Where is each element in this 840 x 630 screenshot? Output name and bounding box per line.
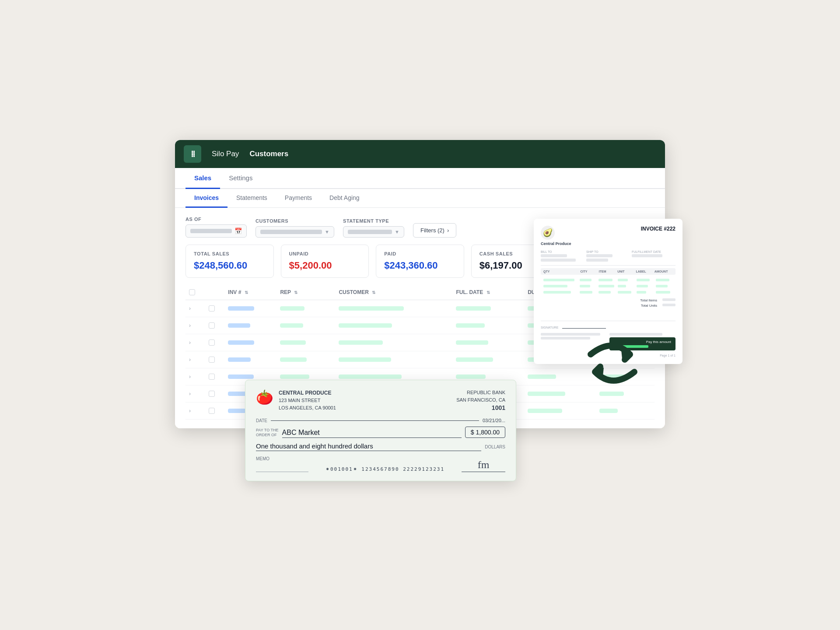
nav-customers[interactable]: Customers <box>249 150 288 158</box>
sort-arrows-rep[interactable]: ⇅ <box>294 290 298 295</box>
sort-arrows-fuldate[interactable]: ⇅ <box>486 290 490 295</box>
sort-arrows-customer[interactable]: ⇅ <box>372 290 375 295</box>
row-expander[interactable]: › <box>189 408 202 414</box>
statement-type-input[interactable]: ▼ <box>343 226 404 238</box>
check-signature: fm <box>462 459 505 472</box>
sort-arrows-inv[interactable]: ⇅ <box>245 290 248 295</box>
check-routing-area: ⁕001001⁕ 1234567890 22229123231 <box>326 463 444 472</box>
row-fuldate-cell <box>452 351 524 368</box>
row-expander[interactable]: › <box>189 374 202 380</box>
row-select-cell <box>205 368 225 385</box>
row-select-cell <box>205 300 225 317</box>
row-checkbox[interactable] <box>209 391 215 397</box>
check-date-line <box>271 420 479 421</box>
row-expander[interactable]: › <box>189 357 202 363</box>
row-customer-cell <box>335 300 452 317</box>
row-fuldate-cell <box>452 317 524 334</box>
check-written-amount: One thousand and eight hundred dollars <box>256 442 481 451</box>
invoice-total-items-label: Total Items <box>640 298 657 302</box>
stat-total-sales-label: TOTAL SALES <box>194 251 266 256</box>
as-of-input[interactable]: 📅 <box>186 224 247 238</box>
check-top-row: 🍅 CENTRAL PRODUCE 123 MAIN STREET LOS AN… <box>256 389 505 413</box>
customers-bar <box>260 230 322 234</box>
row-checkbox[interactable] <box>209 340 215 346</box>
select-all-checkbox[interactable] <box>189 289 195 295</box>
tab-bar-primary: Sales Settings <box>175 168 665 189</box>
check-company-info: CENTRAL PRODUCE 123 MAIN STREET LOS ANGE… <box>279 389 336 411</box>
stat-paid: PAID $243,360.60 <box>376 245 464 278</box>
tab-statements[interactable]: Statements <box>228 189 276 208</box>
row-checkbox-cell: › <box>186 317 205 334</box>
row-select-cell <box>205 351 225 368</box>
row-customer-cell <box>335 317 452 334</box>
filters-button[interactable]: Filters (2) › <box>413 223 456 238</box>
inv-value <box>228 409 246 413</box>
tab-invoices[interactable]: Invoices <box>186 189 228 208</box>
check-address-line1: 123 MAIN STREET <box>279 397 336 404</box>
row-fuldate-cell <box>452 300 524 317</box>
duedate-value <box>528 392 565 396</box>
rep-value <box>280 340 306 345</box>
duedate-value <box>528 409 562 413</box>
stat-unpaid-value: $5,200.00 <box>289 260 361 271</box>
tab-settings[interactable]: Settings <box>220 168 261 189</box>
inv-value <box>228 357 251 362</box>
tab-debt-aging[interactable]: Debt Aging <box>321 189 368 208</box>
logo-box: ⁞⁞ <box>184 145 201 163</box>
row-rep-cell <box>276 300 335 317</box>
tab-payments[interactable]: Payments <box>276 189 321 208</box>
customer-value <box>339 340 382 345</box>
row-customer-cell <box>335 334 452 351</box>
app-logo-icon: ⁞⁞ <box>191 149 194 159</box>
row-rep-cell <box>276 317 335 334</box>
customer-value <box>339 323 392 328</box>
invoice-logo-area: 🥑 Central Produce <box>541 226 571 246</box>
check-payto-row: PAY TO THEORDER OF ABC Market $ 1,800.00 <box>256 427 505 438</box>
row-expander[interactable]: › <box>189 322 202 329</box>
check-payee-field: ABC Market <box>282 429 462 438</box>
inv-value <box>228 323 250 328</box>
inv-value <box>228 392 247 396</box>
check-overlay: 🍅 CENTRAL PRODUCE 123 MAIN STREET LOS AN… <box>245 380 516 481</box>
terms-value <box>599 409 618 413</box>
row-terms-cell <box>596 402 654 420</box>
as-of-label: AS OF <box>186 217 247 222</box>
row-checkbox[interactable] <box>209 408 215 414</box>
invoice-avocado-icon: 🥑 <box>541 226 555 240</box>
fuldate-value <box>456 306 490 311</box>
row-fuldate-cell <box>452 334 524 351</box>
tab-sales[interactable]: Sales <box>186 168 220 189</box>
customer-value <box>339 374 401 379</box>
row-checkbox[interactable] <box>209 322 215 329</box>
invoice-header-row: 🥑 Central Produce INVOICE #222 <box>541 226 676 246</box>
customers-input[interactable]: ▼ <box>256 226 334 238</box>
row-checkbox[interactable] <box>209 305 215 312</box>
row-inv-cell <box>224 351 276 368</box>
customer-value <box>339 357 391 362</box>
row-checkbox[interactable] <box>209 357 215 363</box>
nav-brand: Silo Pay <box>212 150 239 158</box>
calendar-icon: 📅 <box>234 228 242 234</box>
row-expander[interactable]: › <box>189 340 202 346</box>
row-expander[interactable]: › <box>189 305 202 312</box>
row-rep-cell <box>276 334 335 351</box>
customers-label: CUSTOMERS <box>256 218 334 224</box>
check-date-label: DATE <box>256 418 267 423</box>
invoice-info-grid: BILL TO SHIP TO FULFILLMENT DATE <box>541 250 676 262</box>
top-nav: ⁞⁞ Silo Pay Customers <box>175 140 665 168</box>
inv-value <box>228 306 254 311</box>
check-date-value: 03/21/20... <box>483 418 505 423</box>
check-tomato-icon: 🍅 <box>256 389 273 406</box>
customers-filter-group: CUSTOMERS ▼ <box>256 218 334 238</box>
row-checkbox[interactable] <box>209 374 215 380</box>
row-inv-cell <box>224 334 276 351</box>
check-memo-label: MEMO <box>256 456 270 461</box>
check-date-row: DATE 03/21/20... <box>256 418 505 423</box>
col-header-customer: CUSTOMER ⇅ <box>335 285 452 300</box>
row-expander[interactable]: › <box>189 391 202 397</box>
check-payee-name: ABC Market <box>282 429 462 438</box>
invoice-total-units-value <box>662 304 676 306</box>
sync-arrow-container <box>582 332 643 394</box>
invoice-signature-line <box>562 328 606 329</box>
invoice-title: INVOICE #222 <box>641 226 676 232</box>
